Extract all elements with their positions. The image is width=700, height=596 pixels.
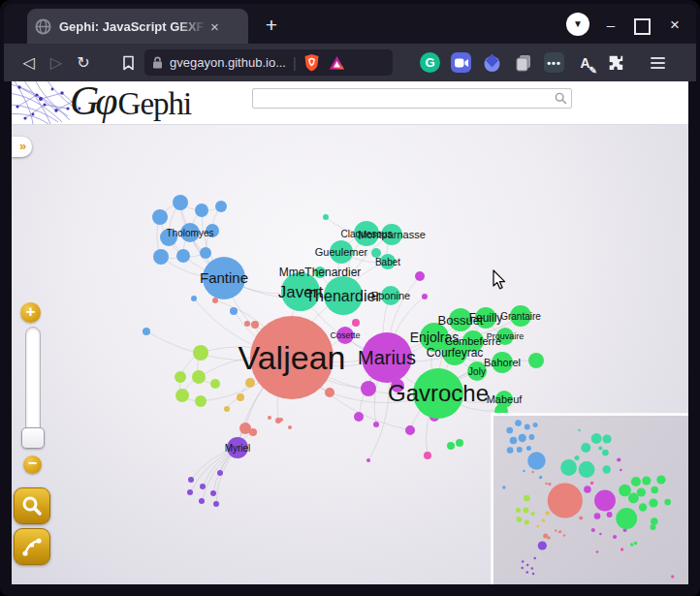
graph-node[interactable]: [176, 249, 190, 263]
window-close-button[interactable]: ×: [662, 13, 687, 38]
graph-node[interactable]: [215, 201, 227, 212]
graph-node-label: Bahorel: [484, 357, 521, 368]
graph-node[interactable]: [405, 425, 415, 435]
new-tab-button[interactable]: +: [258, 12, 285, 39]
zoom-out-button[interactable]: −: [23, 455, 42, 474]
graph-node[interactable]: [373, 422, 379, 427]
graph-node-label: Thenardier: [305, 288, 381, 304]
minimap-node: [602, 434, 611, 443]
graph-search-button[interactable]: [14, 487, 50, 524]
graph-node[interactable]: [195, 204, 208, 217]
minimap-node: [634, 542, 637, 545]
minimap-node: [538, 541, 547, 549]
graph-node[interactable]: [217, 470, 223, 476]
graph-node[interactable]: [447, 442, 455, 450]
graph-node[interactable]: [352, 319, 360, 327]
brave-rewards-icon[interactable]: [329, 55, 345, 71]
graph-node[interactable]: [175, 371, 186, 383]
tab-close-icon[interactable]: ×: [210, 19, 219, 34]
browser-menu-icon[interactable]: [651, 57, 665, 69]
graph-node[interactable]: [279, 418, 283, 422]
graph-node[interactable]: [213, 501, 219, 507]
graph-node[interactable]: [175, 389, 189, 402]
graph-node[interactable]: [422, 294, 428, 299]
minimap-node: [548, 483, 551, 486]
minimap-node: [620, 548, 623, 550]
bookmark-icon[interactable]: [122, 55, 135, 71]
maximize-button[interactable]: [634, 18, 651, 35]
reload-button[interactable]: ↻: [70, 53, 97, 72]
minimap-node: [649, 498, 657, 507]
graph-node[interactable]: [361, 381, 376, 396]
sidebar-expander-button[interactable]: »: [12, 137, 32, 157]
graph-node[interactable]: [200, 247, 211, 259]
graph-node[interactable]: [323, 214, 329, 220]
graph-node[interactable]: [199, 498, 205, 504]
minimap-node: [539, 476, 542, 479]
profile-button[interactable]: ▼: [566, 13, 589, 36]
graph-node[interactable]: [224, 406, 230, 412]
graph-node-label: Prouvaire: [487, 331, 525, 341]
graph-node[interactable]: [366, 458, 370, 462]
graph-node[interactable]: [152, 209, 168, 225]
gephi-logo[interactable]: Gφ Gephi: [70, 81, 191, 124]
graph-node[interactable]: [268, 416, 271, 420]
graph-node[interactable]: [237, 393, 244, 401]
grammarly-extension-icon[interactable]: G: [420, 52, 440, 73]
graph-node-label: Gueulemer: [315, 246, 368, 258]
minimap-node: [502, 486, 505, 488]
graph-node[interactable]: [244, 321, 250, 327]
graph-node-label: Tholomyes: [167, 228, 214, 238]
graph-node[interactable]: [192, 370, 206, 384]
minimize-button[interactable]: –: [598, 13, 623, 38]
back-button[interactable]: ◁: [16, 53, 43, 72]
minimap-node: [523, 470, 525, 473]
graph-node[interactable]: [188, 477, 194, 483]
graph-node[interactable]: [200, 484, 206, 489]
site-search-input[interactable]: [252, 88, 572, 109]
zoom-slider-handle[interactable]: [21, 427, 45, 449]
graph-node[interactable]: [354, 412, 364, 422]
graph-node[interactable]: [210, 379, 220, 389]
minimap-node: [591, 433, 602, 444]
minimap-node: [584, 486, 591, 493]
brave-shield-icon[interactable]: [303, 53, 320, 72]
browser-tab[interactable]: Gephi: JavaScript GEXF Vie ×: [27, 9, 248, 44]
graph-node[interactable]: [456, 439, 463, 447]
graph-node[interactable]: [153, 249, 169, 265]
graph-node[interactable]: [251, 321, 259, 329]
graph-node[interactable]: [528, 353, 544, 368]
copies-extension-icon[interactable]: [513, 52, 533, 73]
graph-node[interactable]: [210, 490, 216, 496]
minimap-node: [532, 573, 535, 576]
graph-node[interactable]: [195, 395, 207, 407]
minimap-node: [617, 457, 620, 461]
graph-node[interactable]: [193, 345, 208, 361]
minimap[interactable]: [491, 413, 688, 584]
graph-node[interactable]: [230, 307, 238, 315]
magnifier-icon: [21, 495, 43, 517]
translate-extension-icon[interactable]: A ✎: [575, 52, 595, 73]
zoom-in-button[interactable]: +: [20, 302, 41, 323]
extensions-puzzle-icon[interactable]: [606, 52, 626, 73]
minimap-node: [536, 525, 539, 528]
graph-node[interactable]: [191, 296, 197, 301]
graph-node[interactable]: [415, 271, 425, 281]
url-bar[interactable]: gvegayon.github.io... |: [144, 49, 393, 76]
edge-tool-button[interactable]: [14, 528, 50, 565]
minimap-node: [594, 490, 616, 512]
graph-node-label: Mabeuf: [487, 393, 524, 405]
reader-extension-icon[interactable]: •••: [544, 52, 564, 73]
graph-node[interactable]: [288, 425, 292, 429]
video-call-extension-icon[interactable]: [451, 52, 471, 73]
graph-node[interactable]: [187, 489, 193, 495]
graph-node[interactable]: [249, 428, 257, 436]
minimap-node: [524, 508, 529, 514]
graph-node[interactable]: [173, 195, 188, 210]
graph-node[interactable]: [245, 378, 255, 388]
graph-node[interactable]: [325, 388, 334, 397]
graph-node[interactable]: [212, 298, 218, 303]
gem-extension-icon[interactable]: [482, 52, 502, 73]
graph-node[interactable]: [424, 452, 431, 459]
graph-node[interactable]: [143, 328, 150, 335]
